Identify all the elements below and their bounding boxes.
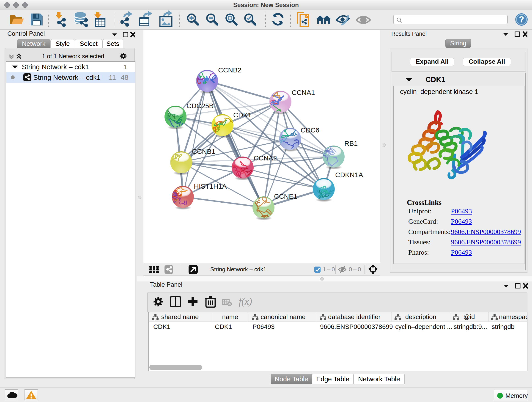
svg-text:CDC6: CDC6: [301, 126, 319, 134]
svg-text:CCNA1: CCNA1: [292, 89, 315, 96]
svg-text:CCNB1: CCNB1: [192, 148, 215, 155]
svg-text:CCNE1: CCNE1: [274, 192, 298, 200]
svg-text:CCNB2: CCNB2: [218, 66, 241, 74]
svg-text:CCNA2: CCNA2: [254, 154, 277, 162]
svg-text:CDKN1A: CDKN1A: [335, 171, 363, 179]
svg-text:String Network – cdk1: String Network – cdk1: [210, 266, 266, 273]
svg-text:RB1: RB1: [344, 140, 358, 147]
svg-text:CDC25B: CDC25B: [186, 102, 214, 109]
svg-text:1 – 0: 1 – 0: [323, 266, 335, 273]
svg-text:HIST1H1A: HIST1H1A: [194, 182, 227, 190]
svg-text:0 – 0: 0 – 0: [349, 266, 361, 273]
svg-text:f(x): f(x): [239, 296, 252, 307]
svg-text:?: ?: [519, 15, 524, 24]
svg-text:CDK1: CDK1: [233, 111, 252, 119]
